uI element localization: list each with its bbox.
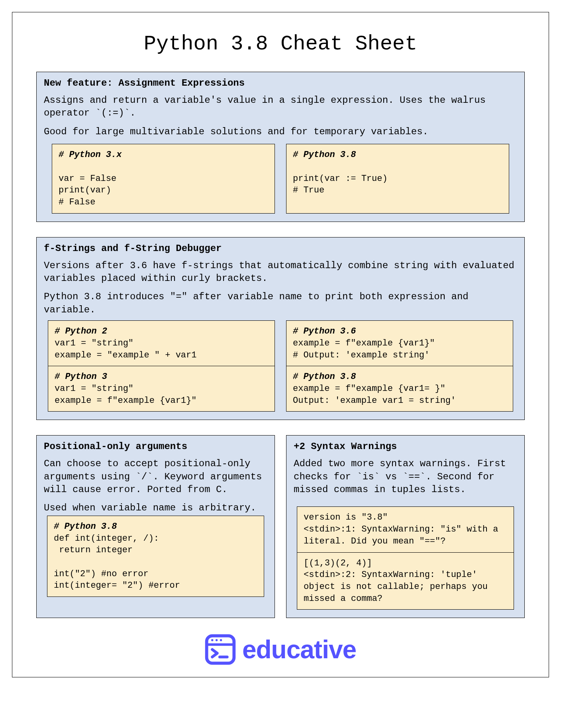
svg-point-4 <box>220 639 222 641</box>
section-syntax-warnings: +2 Syntax Warnings Added two more syntax… <box>286 435 525 618</box>
code-block-python36: # Python 3.6 example = f"example {var1}"… <box>286 320 513 366</box>
section-heading: Positional-only arguments <box>44 441 267 452</box>
section-heading: +2 Syntax Warnings <box>294 441 517 452</box>
section-paragraph: Can choose to accept positional-only arg… <box>44 457 267 496</box>
section-fstrings: f-Strings and f-String Debugger Versions… <box>36 237 525 420</box>
section-paragraph: Assigns and return a variable's value in… <box>44 94 517 120</box>
brand-name: educative <box>242 635 356 664</box>
brand-footer: educative <box>36 634 525 665</box>
code-block-python2: # Python 2 var1 = "string" example = "ex… <box>48 320 275 366</box>
cheat-sheet-page: Python 3.8 Cheat Sheet New feature: Assi… <box>12 12 549 677</box>
code-block-warning-tuple: [(1,3)(2, 4)] <stdin>:2: SyntaxWarning: … <box>297 552 514 610</box>
section-paragraph: Good for large multivariable solutions a… <box>44 126 517 138</box>
code-block-python38: # Python 3.8 print(var := True) # True <box>286 144 509 213</box>
code-block-positional: # Python 3.8 def int(integer, /): return… <box>47 516 264 597</box>
code-block-python3: # Python 3 var1 = "string" example = f"e… <box>48 366 275 412</box>
section-heading: New feature: Assignment Expressions <box>44 78 517 88</box>
code-block-python38: # Python 3.8 example = f"example {var1= … <box>286 366 513 412</box>
section-assignment-expressions: New feature: Assignment Expressions Assi… <box>36 72 525 222</box>
section-paragraph: Added two more syntax warnings. First ch… <box>294 457 517 496</box>
section-heading: f-Strings and f-String Debugger <box>44 243 517 254</box>
code-block-warning-is: version is "3.8" <stdin>:1: SyntaxWarnin… <box>297 506 514 552</box>
section-paragraph: Versions after 3.6 have f-strings that a… <box>44 259 517 285</box>
section-paragraph: Python 3.8 introduces "=" after variable… <box>44 290 517 316</box>
page-title: Python 3.8 Cheat Sheet <box>36 32 525 56</box>
svg-point-2 <box>211 639 213 641</box>
section-paragraph: Used when variable name is arbitrary. <box>44 502 267 514</box>
svg-point-3 <box>216 639 218 641</box>
section-positional-only: Positional-only arguments Can choose to … <box>36 435 275 618</box>
code-block-python3x: # Python 3.x var = False print(var) # Fa… <box>52 144 275 213</box>
terminal-icon <box>205 634 236 665</box>
